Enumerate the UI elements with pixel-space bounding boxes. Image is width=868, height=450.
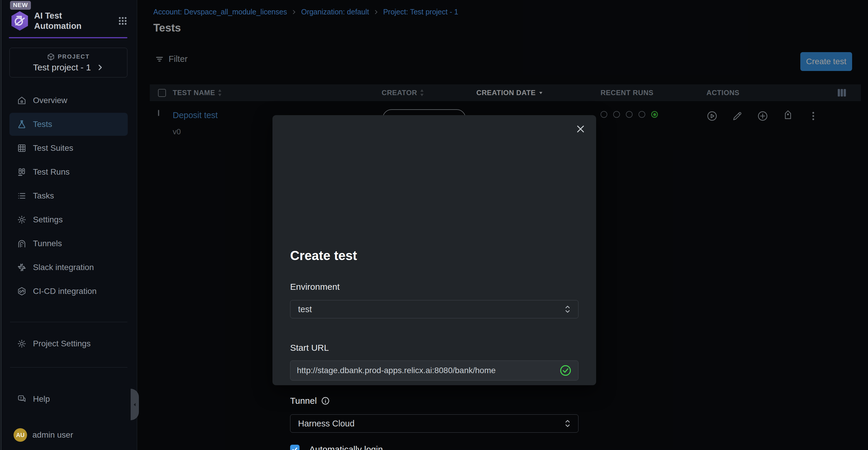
app-grid-icon[interactable] [118,16,128,26]
grid-icon [17,143,27,153]
sidebar-item-tests[interactable]: Tests [9,113,128,136]
sidebar-item-label: Settings [33,215,63,224]
auto-login-label: Automatically login [309,444,383,450]
start-url-field [290,361,579,381]
sidebar-item-label: Tests [33,119,52,129]
sidebar-item-label: Test Runs [33,167,70,177]
tunnel-value: Harness Cloud [298,419,354,428]
app-logo-icon [10,10,29,31]
sidebar-item-project-settings[interactable]: Project Settings [9,332,128,355]
sidebar-item-label: CI-CD integration [33,286,96,296]
sidebar-divider [10,367,127,368]
sidebar: NEW AI Test Automation [0,0,137,450]
user-menu[interactable]: AU admin user [9,423,128,447]
cicd-icon [17,286,27,296]
app-root: NEW AI Test Automation [0,0,868,450]
sidebar-item-settings[interactable]: Settings [9,208,128,231]
chevron-left-icon [131,401,138,408]
help-chat-icon: ? [17,394,27,404]
slack-icon [17,263,27,272]
gear-icon [17,339,27,348]
sidebar-item-cicd-integration[interactable]: CI-CD integration [9,280,128,303]
brand: AI Test Automation [10,10,128,31]
sidebar-item-test-suites[interactable]: Test Suites [9,137,128,160]
select-chevrons-icon [565,419,570,428]
environment-select[interactable]: test [290,300,579,318]
svg-text:?: ? [20,396,22,400]
sidebar-item-slack-integration[interactable]: Slack integration [9,256,128,279]
sidebar-item-label: Tasks [33,191,54,201]
check-icon [291,446,298,450]
task-list-icon [17,191,27,201]
new-badge: NEW [10,1,31,10]
flask-icon [17,119,27,129]
sidebar-item-label: Project Settings [33,339,91,348]
test-runs-icon [17,167,27,177]
modal-title: Create test [290,248,357,263]
project-name: Test project - 1 [33,62,91,73]
project-label: PROJECT [58,53,89,60]
auto-login-checkbox[interactable] [290,445,300,450]
window-edge [1,0,1,450]
sidebar-item-test-runs[interactable]: Test Runs [9,161,128,184]
sidebar-item-label: Help [33,394,50,404]
select-chevrons-icon [565,305,570,314]
app-name: AI Test Automation [34,10,96,31]
info-icon[interactable] [321,396,330,405]
tunnel-icon [17,239,27,248]
chevron-right-icon [96,64,104,71]
start-url-input[interactable] [297,366,559,375]
avatar: AU [13,428,27,442]
sidebar-collapse-handle[interactable] [131,389,139,420]
sidebar-nav: Overview Tests Test Suites Test Runs [0,88,137,304]
auto-login-row: Automatically login [290,444,383,450]
valid-check-icon [559,364,572,377]
sidebar-item-label: Tunnels [33,239,62,248]
sidebar-item-label: Test Suites [33,143,73,153]
create-test-modal: Create test Environment test Start URL T… [273,115,596,385]
close-icon[interactable] [576,124,586,134]
brand-divider [9,37,127,38]
user-name: admin user [32,430,73,440]
gear-icon [17,215,27,224]
environment-label: Environment [290,282,340,292]
start-url-label: Start URL [290,343,329,353]
sidebar-divider [10,322,127,322]
tunnel-select[interactable]: Harness Cloud [290,414,579,432]
tunnel-label: Tunnel [290,396,330,406]
cube-icon [47,53,55,61]
sidebar-item-tasks[interactable]: Tasks [9,185,128,207]
project-selector[interactable]: PROJECT Test project - 1 [9,48,127,78]
sidebar-item-tunnels[interactable]: Tunnels [9,232,128,255]
sidebar-item-overview[interactable]: Overview [9,89,128,112]
sidebar-item-label: Slack integration [33,263,94,272]
environment-value: test [298,305,312,314]
sidebar-item-help[interactable]: ? Help [9,388,128,411]
home-icon [17,96,27,105]
sidebar-item-label: Overview [33,96,67,105]
